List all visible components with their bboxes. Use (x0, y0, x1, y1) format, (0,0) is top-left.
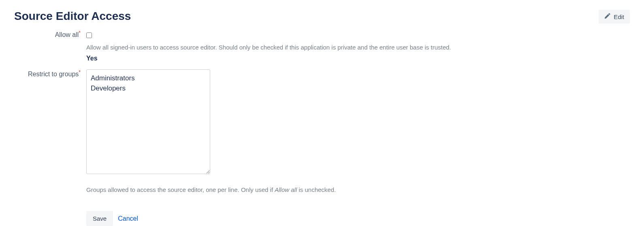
allow-all-checkbox[interactable] (86, 32, 92, 38)
save-button[interactable]: Save (86, 211, 113, 226)
cancel-link[interactable]: Cancel (118, 215, 138, 222)
help-em: Allow all (275, 186, 297, 193)
restrict-groups-textarea[interactable] (86, 69, 210, 174)
allow-all-value: Yes (86, 55, 475, 62)
allow-all-label: Allow all (55, 31, 79, 38)
edit-button[interactable]: Edit (599, 10, 630, 24)
help-suffix: is unchecked. (297, 186, 336, 193)
page-title: Source Editor Access (14, 10, 131, 23)
allow-all-help-text: Allow all signed-in users to access sour… (86, 44, 475, 51)
pencil-icon (604, 13, 610, 20)
help-prefix: Groups allowed to access the source edit… (86, 186, 275, 193)
restrict-groups-help-text: Groups allowed to access the source edit… (86, 186, 475, 193)
required-indicator: * (79, 30, 81, 36)
restrict-groups-label: Restrict to groups (28, 71, 79, 77)
edit-button-label: Edit (614, 13, 624, 20)
required-indicator: * (79, 69, 81, 75)
